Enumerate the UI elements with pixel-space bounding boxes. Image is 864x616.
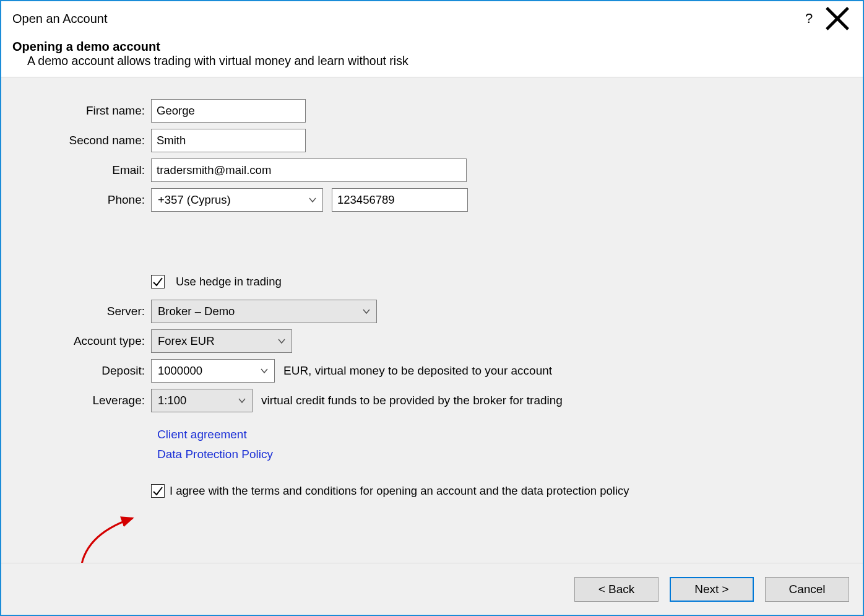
leverage-label: Leverage: bbox=[14, 394, 151, 407]
server-label: Server: bbox=[14, 305, 151, 318]
phone-country-dropdown[interactable]: +357 (Cyprus) bbox=[151, 188, 323, 212]
second-name-label: Second name: bbox=[14, 134, 151, 147]
chevron-down-icon bbox=[308, 195, 318, 205]
server-dropdown[interactable]: Broker – Demo bbox=[151, 300, 377, 323]
server-value: Broker – Demo bbox=[158, 305, 235, 318]
open-account-dialog: Open an Account ? Opening a demo account… bbox=[0, 0, 864, 616]
chevron-down-icon bbox=[259, 366, 269, 376]
chevron-down-icon bbox=[237, 396, 247, 406]
deposit-description: EUR, virtual money to be deposited to yo… bbox=[283, 364, 552, 378]
window-title: Open an Account bbox=[12, 12, 107, 26]
close-icon[interactable] bbox=[823, 4, 852, 33]
chevron-down-icon bbox=[361, 306, 371, 316]
cancel-button[interactable]: Cancel bbox=[765, 577, 849, 602]
dialog-footer: < Back Next > Cancel bbox=[1, 563, 863, 615]
dialog-header: Opening a demo account A demo account al… bbox=[1, 36, 863, 77]
deposit-dropdown[interactable]: 1000000 bbox=[151, 359, 275, 383]
leverage-dropdown[interactable]: 1:100 bbox=[151, 389, 253, 412]
agree-checkbox[interactable] bbox=[151, 484, 165, 498]
phone-number-input[interactable] bbox=[332, 188, 468, 212]
next-button[interactable]: Next > bbox=[670, 577, 754, 602]
hedge-checkbox[interactable] bbox=[151, 275, 165, 288]
dialog-body: First name: Second name: Email: Phone: bbox=[1, 77, 863, 615]
client-agreement-link[interactable]: Client agreement bbox=[157, 428, 247, 441]
phone-country-value: +357 (Cyprus) bbox=[158, 193, 231, 207]
account-type-label: Account type: bbox=[14, 334, 151, 348]
phone-label: Phone: bbox=[14, 193, 151, 207]
data-protection-link[interactable]: Data Protection Policy bbox=[157, 448, 273, 461]
header-description: A demo account allows trading with virtu… bbox=[12, 54, 852, 68]
titlebar: Open an Account ? bbox=[1, 1, 863, 36]
email-label: Email: bbox=[14, 163, 151, 177]
account-type-value: Forex EUR bbox=[158, 334, 215, 348]
hedge-checkbox-label: Use hedge in trading bbox=[176, 275, 282, 288]
deposit-value: 1000000 bbox=[158, 364, 202, 378]
first-name-label: First name: bbox=[14, 104, 151, 118]
leverage-value: 1:100 bbox=[158, 394, 186, 407]
leverage-description: virtual credit funds to be provided by t… bbox=[261, 394, 563, 407]
header-title: Opening a demo account bbox=[12, 40, 852, 54]
account-type-dropdown[interactable]: Forex EUR bbox=[151, 329, 292, 353]
deposit-label: Deposit: bbox=[14, 364, 151, 378]
back-button[interactable]: < Back bbox=[574, 577, 659, 602]
first-name-input[interactable] bbox=[151, 99, 306, 123]
links-block: Client agreement Data Protection Policy bbox=[14, 428, 850, 461]
help-icon[interactable]: ? bbox=[795, 4, 823, 33]
email-input[interactable] bbox=[151, 158, 467, 182]
agree-checkbox-label: I agree with the terms and conditions fo… bbox=[170, 484, 629, 498]
second-name-input[interactable] bbox=[151, 129, 306, 152]
chevron-down-icon bbox=[277, 336, 287, 346]
